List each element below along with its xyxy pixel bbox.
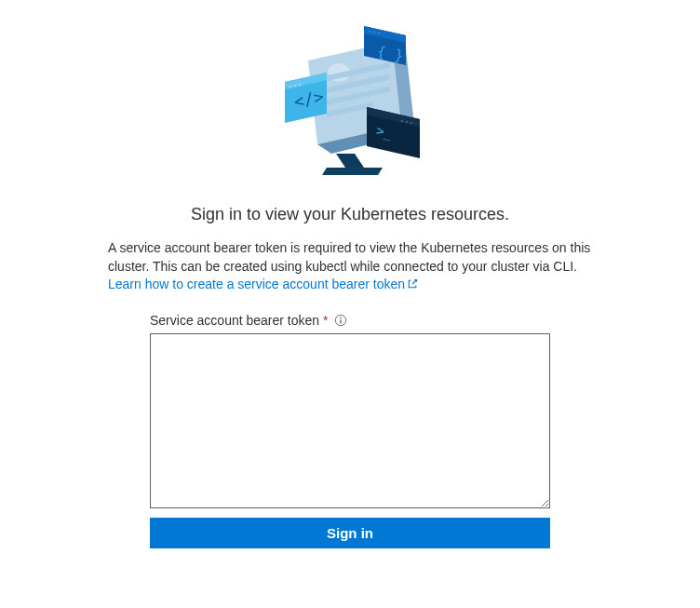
hero-illustration: { } </> >_ bbox=[257, 19, 443, 182]
required-asterisk: * bbox=[323, 313, 328, 328]
description-body: A service account bearer token is requir… bbox=[108, 240, 590, 274]
svg-point-6 bbox=[373, 31, 376, 34]
page-heading: Sign in to view your Kubernetes resource… bbox=[191, 205, 509, 224]
svg-point-18 bbox=[340, 318, 342, 319]
svg-point-7 bbox=[378, 32, 381, 34]
svg-point-10 bbox=[294, 85, 297, 88]
token-input[interactable] bbox=[150, 333, 550, 508]
svg-point-15 bbox=[401, 120, 404, 123]
svg-point-11 bbox=[299, 84, 302, 87]
svg-point-13 bbox=[411, 122, 413, 125]
svg-point-14 bbox=[406, 121, 409, 124]
token-label-text: Service account bearer token bbox=[150, 313, 319, 328]
signin-button[interactable]: Sign in bbox=[150, 518, 550, 548]
learn-more-link-text: Learn how to create a service account be… bbox=[108, 277, 405, 291]
token-field-label: Service account bearer token * bbox=[150, 313, 550, 328]
description-text: A service account bearer token is requir… bbox=[108, 239, 592, 294]
svg-point-5 bbox=[369, 30, 371, 33]
svg-point-9 bbox=[289, 86, 292, 88]
info-icon[interactable] bbox=[334, 314, 347, 327]
signin-container: { } </> >_ Sign in to view your Kubernet… bbox=[108, 19, 592, 608]
external-link-icon bbox=[407, 277, 418, 295]
form-section: Service account bearer token * Sign in bbox=[150, 313, 550, 548]
learn-more-link[interactable]: Learn how to create a service account be… bbox=[108, 277, 418, 291]
svg-rect-19 bbox=[340, 319, 341, 323]
